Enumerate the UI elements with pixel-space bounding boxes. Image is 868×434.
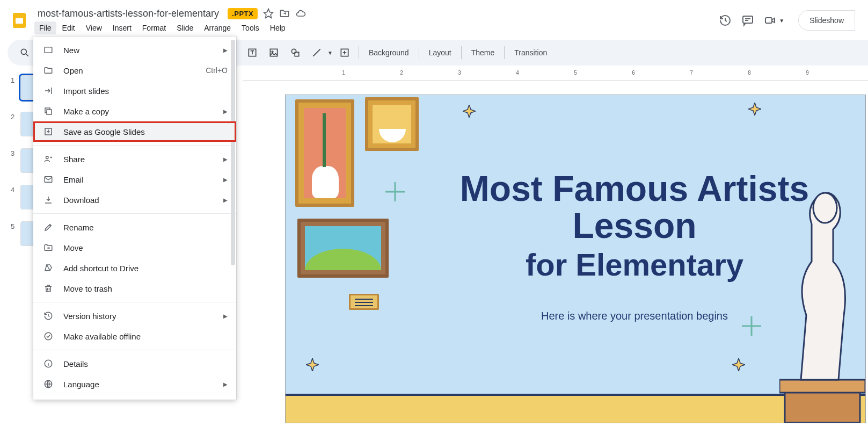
thumb-number: 1 bbox=[11, 75, 20, 84]
ruler-tick: 1 bbox=[342, 70, 345, 76]
layout-button[interactable]: Layout bbox=[424, 45, 457, 60]
chevron-right-icon: ▶ bbox=[223, 313, 228, 319]
email-icon bbox=[43, 174, 54, 185]
menu-arrange[interactable]: Arrange bbox=[199, 21, 236, 34]
svg-point-8 bbox=[291, 49, 296, 53]
drive-shortcut-icon bbox=[43, 263, 54, 273]
file-new[interactable]: New ▶ bbox=[33, 40, 236, 60]
ruler-tick: 5 bbox=[574, 70, 577, 76]
cloud-icon[interactable] bbox=[295, 8, 306, 19]
slides-logo-icon[interactable] bbox=[9, 10, 30, 31]
menu-slide[interactable]: Slide bbox=[172, 21, 198, 34]
file-save-as-google-slides[interactable]: Save as Google Slides bbox=[33, 121, 236, 142]
svg-rect-3 bbox=[765, 18, 772, 23]
label: Share bbox=[63, 155, 214, 164]
horizontal-ruler: 1 2 3 4 5 6 7 8 9 bbox=[243, 70, 868, 81]
pencil-icon bbox=[43, 222, 54, 233]
menu-format[interactable]: Format bbox=[137, 21, 171, 34]
svg-rect-11 bbox=[45, 47, 52, 53]
title-area: most-famous-artists-lesson-for-elementar… bbox=[34, 7, 719, 34]
history-icon bbox=[43, 310, 54, 321]
file-version-history[interactable]: Version history ▶ bbox=[33, 306, 236, 326]
file-make-offline[interactable]: Make available offline bbox=[33, 326, 236, 346]
file-add-shortcut[interactable]: Add shortcut to Drive bbox=[33, 258, 236, 278]
present-camera-group[interactable]: ▼ bbox=[764, 14, 784, 27]
menu-insert[interactable]: Insert bbox=[108, 21, 136, 34]
doc-title[interactable]: most-famous-artists-lesson-for-elementar… bbox=[34, 7, 222, 20]
info-icon bbox=[43, 358, 54, 369]
file-make-copy[interactable]: Make a copy ▶ bbox=[33, 101, 236, 121]
import-icon bbox=[43, 85, 54, 96]
ruler-tick: 9 bbox=[806, 70, 809, 76]
label: Move bbox=[63, 243, 228, 252]
slide-title[interactable]: Most Famous Artists Lesson for Elementar… bbox=[425, 170, 844, 282]
label: Make a copy bbox=[63, 107, 214, 116]
theme-button[interactable]: Theme bbox=[466, 45, 500, 60]
folder-icon bbox=[43, 65, 54, 76]
transition-button[interactable]: Transition bbox=[509, 45, 552, 60]
svg-point-4 bbox=[21, 49, 26, 54]
thumb-number: 3 bbox=[11, 148, 20, 157]
menu-file[interactable]: File bbox=[34, 21, 56, 34]
label: Details bbox=[63, 359, 228, 368]
ruler-tick: 6 bbox=[632, 70, 635, 76]
slide-canvas[interactable]: Most Famous Artists Lesson for Elementar… bbox=[286, 95, 865, 423]
sparkle-icon bbox=[463, 105, 476, 118]
file-menu-dropdown: New ▶ Open Ctrl+O Import slides Make a c… bbox=[33, 37, 236, 400]
pptx-badge: .PPTX bbox=[228, 8, 258, 19]
label: Open bbox=[63, 66, 196, 75]
label: Email bbox=[63, 175, 214, 184]
label: Save as Google Slides bbox=[63, 127, 228, 136]
camera-icon bbox=[764, 14, 777, 27]
file-language[interactable]: Language ▶ bbox=[33, 374, 236, 394]
svg-rect-2 bbox=[743, 16, 753, 23]
file-open[interactable]: Open Ctrl+O bbox=[33, 60, 236, 81]
shortcut: Ctrl+O bbox=[206, 66, 228, 75]
ruler-tick: 3 bbox=[458, 70, 461, 76]
sparkle-icon bbox=[306, 358, 319, 371]
label: Make available offline bbox=[63, 332, 228, 341]
separator bbox=[359, 46, 359, 59]
save-icon bbox=[43, 126, 54, 137]
comment-icon[interactable] bbox=[741, 14, 754, 27]
shape-icon[interactable] bbox=[286, 43, 305, 62]
art-frame-fruit bbox=[365, 97, 419, 151]
svg-point-14 bbox=[46, 156, 49, 159]
separator bbox=[33, 145, 236, 146]
svg-rect-1 bbox=[16, 18, 23, 24]
label: Add shortcut to Drive bbox=[63, 264, 228, 273]
move-folder-icon[interactable] bbox=[279, 8, 290, 19]
file-rename[interactable]: Rename bbox=[33, 217, 236, 237]
menu-edit[interactable]: Edit bbox=[57, 21, 80, 34]
slideshow-button[interactable]: Slideshow bbox=[798, 10, 855, 31]
share-icon bbox=[43, 154, 54, 164]
image-icon[interactable] bbox=[264, 43, 283, 62]
line-tool-group[interactable]: ▼ bbox=[307, 43, 333, 62]
offline-icon bbox=[43, 331, 54, 342]
file-details[interactable]: Details bbox=[33, 353, 236, 374]
menu-view[interactable]: View bbox=[81, 21, 107, 34]
slide-subtitle[interactable]: Here is where your presentation begins bbox=[425, 310, 844, 322]
menu-tools[interactable]: Tools bbox=[237, 21, 264, 34]
file-import-slides[interactable]: Import slides bbox=[33, 81, 236, 101]
file-email[interactable]: Email ▶ bbox=[33, 169, 236, 190]
background-button[interactable]: Background bbox=[363, 45, 414, 60]
thumb-number: 5 bbox=[11, 221, 20, 230]
ruler-tick: 7 bbox=[690, 70, 693, 76]
file-share[interactable]: Share ▶ bbox=[33, 149, 236, 169]
slide-canvas-area[interactable]: Most Famous Artists Lesson for Elementar… bbox=[243, 83, 868, 434]
history-icon[interactable] bbox=[719, 14, 732, 27]
search-menus-icon[interactable] bbox=[15, 43, 34, 62]
star-icon[interactable] bbox=[263, 8, 274, 19]
text-box-icon[interactable] bbox=[243, 43, 262, 62]
trash-icon bbox=[43, 283, 54, 294]
move-icon bbox=[43, 242, 54, 253]
menu-help[interactable]: Help bbox=[265, 21, 290, 34]
svg-rect-20 bbox=[779, 380, 865, 393]
file-move[interactable]: Move bbox=[33, 237, 236, 258]
svg-rect-12 bbox=[47, 110, 52, 114]
sparkle-icon bbox=[732, 358, 745, 371]
add-comment-icon[interactable] bbox=[335, 43, 354, 62]
file-download[interactable]: Download ▶ bbox=[33, 190, 236, 210]
file-move-to-trash[interactable]: Move to trash bbox=[33, 278, 236, 299]
